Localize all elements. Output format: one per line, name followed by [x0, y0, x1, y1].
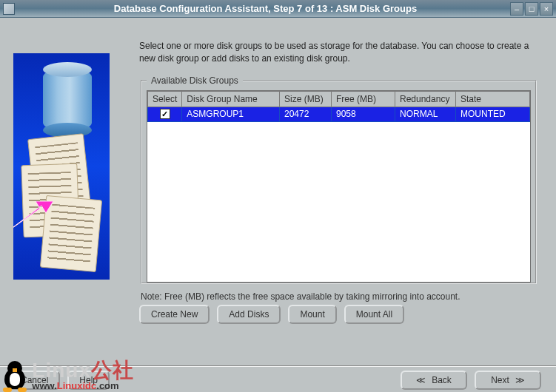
col-size[interactable]: Size (MB): [280, 91, 332, 107]
mount-button[interactable]: Mount: [288, 305, 336, 324]
cancel-button[interactable]: Cancel: [9, 371, 60, 390]
back-button-label: Back: [432, 375, 452, 385]
table-row[interactable]: ASMGROUP1 20472 9058 NORMAL MOUNTED: [148, 107, 530, 121]
groupbox-legend: Available Disk Groups: [147, 75, 243, 86]
add-disks-button[interactable]: Add Disks: [217, 305, 281, 324]
maximize-button[interactable]: □: [525, 2, 538, 16]
arrow-icon: [13, 201, 53, 223]
col-redundancy[interactable]: Redundancy: [395, 91, 456, 107]
mirroring-note: Note: Free (MB) reflects the free space …: [141, 291, 537, 302]
wizard-illustration-panel: [0, 18, 118, 365]
disk-groups-table: Select Disk Group Name Size (MB) Free (M…: [147, 91, 530, 122]
disk-groups-table-wrap[interactable]: Select Disk Group Name Size (MB) Free (M…: [147, 90, 531, 283]
col-select[interactable]: Select: [148, 91, 182, 107]
titlebar: Database Configuration Assistant, Step 7…: [0, 0, 556, 18]
disk-group-actions: Create New Add Disks Mount Mount All: [139, 305, 538, 324]
row-state: MOUNTED: [456, 107, 530, 121]
system-menu-icon[interactable]: [3, 3, 15, 15]
row-name: ASMGROUP1: [182, 107, 280, 121]
intro-text: Select one or more disk groups to be use…: [139, 40, 538, 65]
wizard-illustration: [13, 53, 110, 280]
row-size: 20472: [280, 107, 332, 121]
wizard-footer: Cancel Help ≪ Back Next ≫: [0, 367, 556, 392]
window-title: Database Configuration Assistant, Step 7…: [21, 3, 510, 14]
col-state[interactable]: State: [456, 91, 530, 107]
help-button[interactable]: Help: [67, 371, 110, 390]
minimize-button[interactable]: –: [510, 2, 523, 16]
back-button[interactable]: ≪ Back: [401, 371, 467, 390]
database-cylinder-icon: [43, 68, 92, 132]
close-button[interactable]: ×: [540, 2, 553, 16]
col-name[interactable]: Disk Group Name: [182, 91, 280, 107]
mount-all-button[interactable]: Mount All: [344, 305, 404, 324]
next-button-label: Next: [491, 375, 509, 385]
create-new-button[interactable]: Create New: [139, 305, 210, 324]
available-disk-groups-box: Available Disk Groups Select Disk Group …: [141, 75, 537, 284]
svg-marker-0: [13, 201, 53, 229]
row-redundancy: NORMAL: [395, 107, 456, 121]
col-free[interactable]: Free (MB): [332, 91, 395, 107]
chevron-right-icon: ≫: [515, 375, 525, 385]
row-free: 9058: [332, 107, 395, 121]
next-button[interactable]: Next ≫: [475, 371, 541, 390]
checkbox-checked-icon[interactable]: [160, 109, 170, 119]
wizard-main-panel: Select one or more disk groups to be use…: [118, 18, 556, 365]
chevron-left-icon: ≪: [416, 375, 426, 385]
row-select-cell[interactable]: [148, 107, 182, 121]
